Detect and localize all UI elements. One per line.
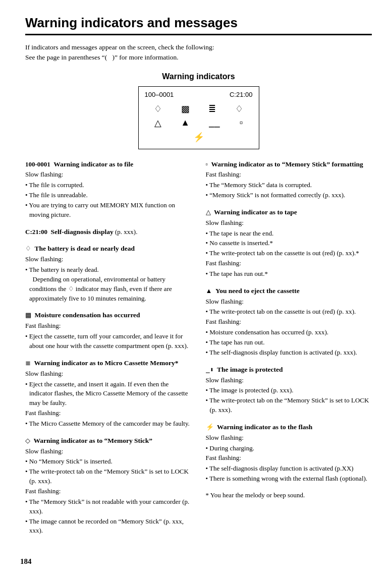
list-item: The write-protect tab on the cassette is… — [206, 249, 372, 258]
list-item: The image is protected (p. xxx). — [206, 386, 372, 395]
list-item: No cassette is inserted.* — [206, 239, 372, 248]
intro-text: If indicators and messages appear on the… — [25, 42, 372, 63]
list-item: The tape has run out.* — [206, 269, 372, 279]
icon-flash: ⚡ — [193, 132, 204, 143]
right-column: ▫ Warning indicator as to “Memory Stick”… — [206, 159, 372, 543]
flash-fast-list: The self-diagnosis display function is a… — [206, 464, 372, 484]
ms-format-title: Warning indicator as to “Memory Stick” f… — [211, 160, 363, 168]
memory-stick-slow-list: No “Memory Stick” is inserted. The write… — [25, 457, 192, 486]
camera-display: 100–0001 C:21:00 ♢ ▩ ≣ ♢ △ ▲ ⎯⎯ ▫ ⚡ — [138, 86, 259, 149]
battery-title: The battery is dead or nearly dead — [35, 245, 135, 252]
list-item: The file is corrupted. — [25, 181, 192, 190]
micro-cassette-fast-list: The Micro Cassette Memory of the camcord… — [25, 419, 192, 429]
list-item: Eject the cassette, turn off your camcor… — [25, 332, 192, 351]
moisture-list: Eject the cassette, turn off your camcor… — [25, 332, 192, 351]
list-item: The image cannot be recorded on “Memory … — [25, 517, 192, 536]
tape-slow-list: The tape is near the end. No cassette is… — [206, 229, 372, 259]
list-item: The “Memory Stick” is not readable with … — [25, 497, 192, 516]
list-item: You are trying to carry out MEMORY MIX f… — [25, 201, 192, 220]
footnote: * You hear the melody or beep sound. — [206, 491, 372, 500]
list-item: The tape is near the end. — [206, 229, 372, 239]
display-counter: 100–0001 — [145, 91, 174, 98]
left-column: 100-0001 Warning indicator as to file Sl… — [25, 159, 192, 543]
file-indicator-list: The file is corrupted. The file is unrea… — [25, 181, 192, 219]
page-number: 184 — [20, 557, 32, 558]
micro-cassette-slow-flash: Slow flashing: — [25, 369, 192, 379]
self-diagnosis-prefix: C:21:00 — [25, 228, 47, 236]
icon-key: ⎯⎯ — [209, 118, 220, 129]
tape-indicator-block: △ Warning indicator as to tape Slow flas… — [206, 207, 372, 279]
battery-icon: ♢ — [25, 245, 31, 252]
flash-fast-flash: Fast flashing: — [206, 453, 372, 463]
ms-format-block: ▫ Warning indicator as to “Memory Stick”… — [206, 159, 372, 200]
memory-stick-fast-flash: Fast flashing: — [25, 487, 192, 496]
file-indicator-block: 100-0001 Warning indicator as to file Sl… — [25, 159, 192, 220]
flash-indicator-title: Warning indicator as to the flash — [217, 423, 312, 431]
micro-cassette-title: Warning indicator as to Micro Cassette M… — [34, 359, 179, 367]
memory-stick-slow-flash: Slow flashing: — [25, 447, 192, 456]
file-indicator-title-prefix: 100-0001 — [25, 160, 50, 168]
image-protected-list: The image is protected (p. xxx). The wri… — [206, 386, 372, 415]
list-item: The write-protect tab on the cassette is… — [206, 307, 372, 317]
micro-cassette-block: ≣ Warning indicator as to Micro Cassette… — [25, 358, 192, 429]
flash-slow-flash: Slow flashing: — [206, 433, 372, 443]
eject-cassette-block: ▲ You need to eject the cassette Slow fl… — [206, 286, 372, 358]
tape-fast-flash: Fast flashing: — [206, 259, 372, 268]
memory-stick-title: Warning indicator as to “Memory Stick” — [34, 437, 153, 444]
icon-tape: △ — [154, 118, 161, 129]
icon-ms: ▫ — [240, 118, 243, 129]
self-diagnosis-suffix: (p. xxx). — [115, 228, 137, 236]
tape-fast-list: The tape has run out.* — [206, 269, 372, 279]
footnote-text: * You hear the melody or beep sound. — [206, 491, 305, 499]
self-diagnosis-block: C:21:00 Self-diagnosis display (p. xxx). — [25, 227, 192, 237]
icon-memory: ♢ — [235, 103, 243, 114]
list-item: The “Memory Stick” data is corrupted. — [206, 181, 372, 190]
ms-format-fast-flash: Fast flashing: — [206, 170, 372, 180]
tape-slow-flash: Slow flashing: — [206, 218, 372, 228]
file-indicator-title: Warning indicator as to file — [53, 160, 133, 168]
list-item: The battery is nearly dead. Depending on… — [25, 265, 192, 303]
list-item: The write-protect tab on the “Memory Sti… — [25, 467, 192, 486]
memory-stick-fast-list: The “Memory Stick” is not readable with … — [25, 497, 192, 536]
display-time: C:21:00 — [230, 91, 253, 98]
moisture-icon: ▩ — [25, 311, 31, 319]
page-title: Warning indicators and messages — [25, 15, 372, 35]
moisture-indicator-block: ▩ Moisture condensation has occurred Fas… — [25, 310, 192, 351]
memory-stick-icon: ◇ — [25, 437, 30, 444]
list-item: The self-diagnosis display function is a… — [206, 464, 372, 474]
eject-cassette-icon: ▲ — [206, 287, 212, 295]
ms-format-icon: ▫ — [206, 160, 208, 168]
moisture-fast-flash: Fast flashing: — [25, 321, 192, 331]
battery-list: The battery is nearly dead. Depending on… — [25, 265, 192, 303]
image-protected-slow-flash: Slow flashing: — [206, 376, 372, 385]
eject-cassette-slow-flash: Slow flashing: — [206, 297, 372, 307]
flash-indicator-block: ⚡ Warning indicator as to the flash Slow… — [206, 422, 372, 484]
image-protected-icon: ⎯⬍ — [206, 366, 214, 373]
micro-cassette-slow-list: Eject the cassette, and insert it again.… — [25, 380, 192, 409]
battery-slow-flash: Slow flashing: — [25, 255, 192, 264]
list-item: The Micro Cassette Memory of the camcord… — [25, 419, 192, 429]
file-slow-flash-label: Slow flashing: — [25, 170, 192, 180]
image-protected-block: ⎯⬍ The image is protected Slow flashing:… — [206, 365, 372, 415]
battery-indicator-block: ♢ The battery is dead or nearly dead Slo… — [25, 244, 192, 303]
eject-cassette-fast-list: Moisture condensation has occurred (p. x… — [206, 328, 372, 358]
eject-cassette-fast-flash: Fast flashing: — [206, 317, 372, 327]
eject-cassette-title: You need to eject the cassette — [215, 287, 300, 295]
tape-icon: △ — [206, 208, 211, 216]
image-protected-title: The image is protected — [217, 366, 283, 373]
tape-indicator-title: Warning indicator as to tape — [214, 208, 297, 216]
list-item: No “Memory Stick” is inserted. — [25, 457, 192, 467]
flash-icon: ⚡ — [206, 423, 214, 431]
flash-slow-list: During charging. — [206, 444, 372, 453]
eject-cassette-slow-list: The write-protect tab on the cassette is… — [206, 307, 372, 317]
list-item: Moisture condensation has occurred (p. x… — [206, 328, 372, 337]
list-item: Eject the cassette, and insert it again.… — [25, 380, 192, 409]
content-columns: 100-0001 Warning indicator as to file Sl… — [25, 159, 372, 543]
list-item: “Memory Stick” is not formatted correctl… — [206, 191, 372, 200]
icon-eject: ▲ — [181, 118, 190, 129]
self-diagnosis-title: Self-diagnosis display — [51, 228, 114, 236]
memory-stick-block: ◇ Warning indicator as to “Memory Stick”… — [25, 436, 192, 536]
list-item: During charging. — [206, 444, 372, 453]
list-item: The tape has run out. — [206, 338, 372, 347]
list-item: The file is unreadable. — [25, 191, 192, 200]
